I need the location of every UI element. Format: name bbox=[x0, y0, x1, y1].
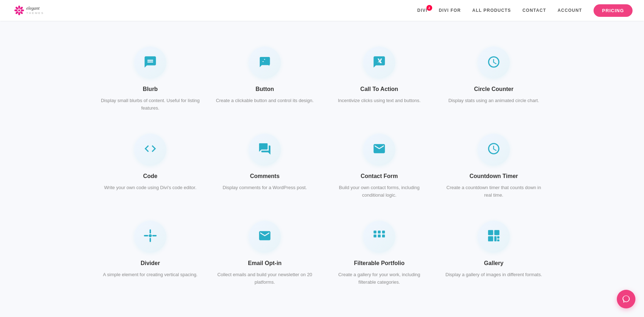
svg-rect-17 bbox=[378, 235, 381, 237]
module-desc-blurb: Display small blurbs of content. Useful … bbox=[100, 97, 200, 112]
cta-icon bbox=[372, 55, 386, 71]
module-item-call-to-action[interactable]: Call To Action Incentivize clicks using … bbox=[322, 36, 436, 123]
module-desc-comments: Display comments for a WordPress post. bbox=[223, 184, 307, 191]
module-item-countdown-timer[interactable]: Countdown Timer Create a countdown timer… bbox=[436, 123, 551, 210]
module-desc-circle-counter: Display stats using an animated circle c… bbox=[448, 97, 539, 104]
nav-divi[interactable]: DIVI 2 bbox=[417, 8, 427, 13]
divi-badge: 2 bbox=[426, 5, 432, 11]
svg-point-5 bbox=[18, 12, 20, 15]
code-icon bbox=[143, 142, 157, 157]
module-item-email-opt-in[interactable]: Email Opt-in Collect emails and build yo… bbox=[208, 210, 322, 297]
svg-rect-19 bbox=[488, 230, 493, 235]
contact-form-icon-wrap bbox=[363, 134, 395, 166]
svg-point-3 bbox=[21, 9, 24, 11]
chat-icon bbox=[622, 295, 630, 303]
svg-point-2 bbox=[20, 6, 23, 10]
module-title-contact-form: Contact Form bbox=[361, 173, 398, 179]
portfolio-icon-wrap bbox=[363, 221, 395, 253]
module-item-button[interactable]: Button Create a clickable button and con… bbox=[208, 36, 322, 123]
module-desc-countdown-timer: Create a countdown timer that counts dow… bbox=[444, 184, 544, 199]
module-title-comments: Comments bbox=[250, 173, 280, 179]
logo[interactable]: elegant THEMES bbox=[11, 4, 63, 17]
main-content: Blurb Display small blurbs of content. U… bbox=[0, 0, 644, 317]
module-item-comments[interactable]: Comments Display comments for a WordPres… bbox=[208, 123, 322, 210]
module-item-blurb[interactable]: Blurb Display small blurbs of content. U… bbox=[93, 36, 208, 123]
svg-rect-23 bbox=[497, 236, 499, 239]
countdown-icon bbox=[487, 142, 501, 157]
module-title-divider: Divider bbox=[141, 260, 160, 266]
modules-grid: Blurb Display small blurbs of content. U… bbox=[72, 29, 572, 304]
countdown-icon-wrap bbox=[478, 134, 510, 166]
comments-icon bbox=[258, 142, 272, 157]
chat-bubble-button[interactable] bbox=[617, 290, 635, 308]
pricing-button[interactable]: PRICING bbox=[594, 4, 633, 17]
svg-point-8 bbox=[15, 6, 19, 10]
comments-icon-wrap bbox=[249, 134, 281, 166]
contact-form-icon bbox=[372, 142, 386, 157]
svg-point-7 bbox=[14, 9, 18, 11]
module-item-gallery[interactable]: Gallery Display a gallery of images in d… bbox=[436, 210, 551, 297]
module-desc-call-to-action: Incentivize clicks using text and button… bbox=[338, 97, 420, 104]
svg-point-0 bbox=[18, 9, 20, 11]
module-item-contact-form[interactable]: Contact Form Build your own contact form… bbox=[322, 123, 436, 210]
module-title-gallery: Gallery bbox=[484, 260, 503, 266]
module-title-email-opt-in: Email Opt-in bbox=[248, 260, 282, 266]
circle-counter-icon bbox=[487, 55, 501, 71]
cta-icon-wrap bbox=[363, 47, 395, 79]
gallery-icon bbox=[487, 229, 501, 244]
divider-icon bbox=[143, 229, 157, 244]
svg-rect-14 bbox=[378, 231, 381, 234]
svg-rect-13 bbox=[374, 231, 376, 234]
module-item-code[interactable]: Code Write your own code using Divi's co… bbox=[93, 123, 208, 210]
module-title-filterable-portfolio: Filterable Portfolio bbox=[354, 260, 404, 266]
svg-rect-20 bbox=[494, 230, 499, 235]
nav-all-products[interactable]: ALL PRODUCTS bbox=[472, 8, 511, 13]
module-item-filterable-portfolio[interactable]: Filterable Portfolio Create a gallery fo… bbox=[322, 210, 436, 297]
divider-icon-wrap bbox=[134, 221, 166, 253]
module-item-circle-counter[interactable]: Circle Counter Display stats using an an… bbox=[436, 36, 551, 123]
button-icon bbox=[258, 55, 272, 71]
module-item-divider[interactable]: Divider A simple element for creating ve… bbox=[93, 210, 208, 297]
svg-text:elegant: elegant bbox=[26, 6, 40, 11]
svg-point-1 bbox=[18, 6, 20, 9]
nav-divi-for[interactable]: DIVI FOR bbox=[439, 8, 461, 13]
blurb-icon bbox=[143, 55, 157, 71]
module-desc-contact-form: Build your own contact forms, including … bbox=[329, 184, 429, 199]
svg-rect-21 bbox=[488, 236, 493, 241]
svg-rect-15 bbox=[382, 231, 385, 234]
nav-account[interactable]: ACCOUNT bbox=[557, 8, 582, 13]
button-icon-wrap bbox=[249, 47, 281, 79]
blurb-icon-wrap bbox=[134, 47, 166, 79]
email-icon-wrap bbox=[249, 221, 281, 253]
svg-rect-16 bbox=[374, 235, 376, 237]
module-desc-button: Create a clickable button and control it… bbox=[216, 97, 313, 104]
module-title-countdown-timer: Countdown Timer bbox=[469, 173, 518, 179]
module-title-button: Button bbox=[255, 86, 274, 92]
svg-rect-18 bbox=[382, 235, 385, 237]
svg-rect-24 bbox=[497, 240, 499, 242]
svg-point-4 bbox=[20, 11, 23, 14]
module-desc-email-opt-in: Collect emails and build your newsletter… bbox=[215, 271, 315, 286]
module-desc-code: Write your own code using Divi's code ed… bbox=[104, 184, 196, 191]
circle-counter-icon-wrap bbox=[478, 47, 510, 79]
portfolio-icon bbox=[372, 229, 386, 244]
module-title-blurb: Blurb bbox=[143, 86, 158, 92]
svg-rect-22 bbox=[494, 236, 497, 241]
module-title-code: Code bbox=[143, 173, 157, 179]
module-desc-divider: A simple element for creating vertical s… bbox=[103, 271, 197, 278]
module-desc-gallery: Display a gallery of images in different… bbox=[445, 271, 542, 278]
navbar: elegant THEMES DIVI 2 DIVI FOR ALL PRODU… bbox=[0, 0, 644, 21]
svg-point-6 bbox=[15, 11, 19, 14]
module-title-call-to-action: Call To Action bbox=[360, 86, 398, 92]
module-desc-filterable-portfolio: Create a gallery for your work, includin… bbox=[329, 271, 429, 286]
nav-contact[interactable]: CONTACT bbox=[522, 8, 546, 13]
gallery-icon-wrap bbox=[478, 221, 510, 253]
module-title-circle-counter: Circle Counter bbox=[474, 86, 513, 92]
nav-links: DIVI 2 DIVI FOR ALL PRODUCTS CONTACT ACC… bbox=[417, 4, 633, 17]
code-icon-wrap bbox=[134, 134, 166, 166]
svg-text:THEMES: THEMES bbox=[26, 11, 44, 15]
email-icon bbox=[258, 229, 272, 244]
